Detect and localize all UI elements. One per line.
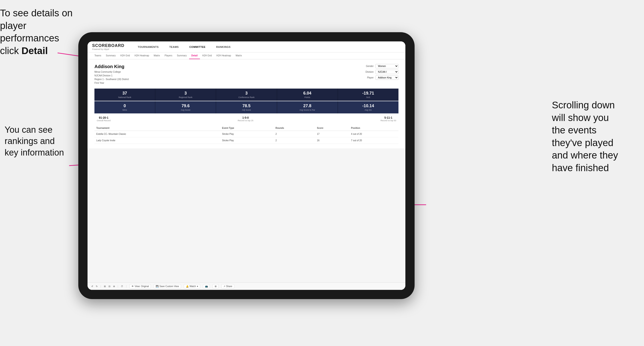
- record-item: 1-5-0Record vs top 25: [238, 116, 253, 122]
- event-type-2: Stroke Play: [220, 137, 274, 144]
- gender-selector-row: Gender Women Men: [366, 64, 398, 68]
- main-content: Addison King Mesa Community College NJCA…: [88, 59, 406, 283]
- tab-players[interactable]: Players: [162, 52, 174, 59]
- gender-label: Gender: [366, 65, 374, 67]
- tab-h2h-grid2[interactable]: H2H Grid: [200, 52, 214, 59]
- logo-area: SCOREBOARD Powered by clippd: [92, 43, 124, 50]
- save-custom-btn[interactable]: 💾 Save Custom View: [154, 284, 181, 289]
- table-row: Lady Coyote Invite Stroke Play 2 16 7 ou…: [94, 137, 398, 144]
- tab-teams[interactable]: Teams: [92, 52, 104, 59]
- stat-cell: 3Conference Rank: [216, 89, 277, 101]
- zoom-fit-icon[interactable]: ⊞: [104, 285, 106, 288]
- watch-icon: 🔔: [186, 285, 189, 288]
- watch-chevron: ▾: [197, 285, 198, 288]
- tab-matrix[interactable]: Matrix: [151, 52, 162, 59]
- undo-icon[interactable]: ↺: [91, 285, 93, 288]
- col-tournament: Tournament: [94, 125, 208, 131]
- tournament-table: Tournament Event Type Rounds Score Posit…: [94, 125, 398, 144]
- annotation-top-left: To see details on player performances cl…: [0, 7, 78, 57]
- position-1: 4 out of 20: [349, 131, 398, 137]
- player-info: Addison King Mesa Community College NJCA…: [94, 64, 129, 85]
- zoom-in-icon[interactable]: ⊕: [113, 285, 115, 288]
- tablet-screen: SCOREBOARD Powered by clippd TOURNAMENTS…: [88, 41, 406, 290]
- stat-cell: 27.8Avg Score to Par: [277, 101, 338, 113]
- watch-btn[interactable]: 🔔 Watch ▾: [184, 284, 200, 289]
- tab-matrix2[interactable]: Matrix: [233, 52, 244, 59]
- clock-icon: ⏱: [121, 285, 123, 288]
- event-type-1: Stroke Play: [220, 131, 274, 137]
- nav-rankings[interactable]: RANKINGS: [214, 45, 232, 49]
- col-blank: [208, 125, 220, 131]
- app-content: SCOREBOARD Powered by clippd TOURNAMENTS…: [88, 41, 406, 290]
- stats-grid-row2: 0Wins79.6Avg Score78.5Adj Score27.8Avg S…: [94, 101, 398, 113]
- player-school: Mesa Community College: [94, 70, 129, 74]
- rounds-1: 2: [274, 131, 315, 137]
- sub-nav: Teams Summary H2H Grid H2H Heatmap Matri…: [88, 52, 406, 59]
- table-row: Estella CC- Mountain Classic Stroke Play…: [94, 131, 398, 137]
- tab-detail[interactable]: Detail: [189, 52, 200, 59]
- stat-cell: 3Regional Rank: [155, 89, 216, 101]
- view-original-btn[interactable]: 👁 View: Original: [130, 284, 151, 289]
- stat-cell: -19.71SoS: [338, 89, 398, 101]
- tab-h2h-heatmap2[interactable]: H2H Heatmap: [214, 52, 233, 59]
- logo-sub: Powered by clippd: [92, 48, 124, 50]
- screen-icon-btn[interactable]: 📺: [203, 284, 210, 289]
- zoom-out-icon[interactable]: ⊟: [108, 285, 110, 288]
- tablet-device: SCOREBOARD Powered by clippd TOURNAMENTS…: [78, 32, 414, 299]
- player-year: First Year: [94, 81, 129, 85]
- tab-h2h-grid[interactable]: H2H Grid: [118, 52, 132, 59]
- tournament-name-2: Lady Coyote Invite: [94, 137, 208, 144]
- records-row: 91-20-1Overall Record1-5-0Record vs top …: [94, 116, 398, 122]
- annotation-right: Scrolling down will show you the events …: [552, 99, 640, 174]
- col-score: Score: [315, 125, 349, 131]
- col-position: Position: [349, 125, 398, 131]
- tab-h2h-heatmap[interactable]: H2H Heatmap: [132, 52, 151, 59]
- record-item: 91-20-1Overall Record: [97, 116, 110, 122]
- annotation-bottom-left: You can see rankings and key information: [4, 124, 74, 158]
- player-detail: Addison King Mesa Community College NJCA…: [88, 59, 406, 148]
- rounds-2: 2: [274, 137, 315, 144]
- logo-text: SCOREBOARD: [92, 43, 124, 48]
- tab-summary[interactable]: Summary: [104, 52, 118, 59]
- table-header: Tournament Event Type Rounds Score Posit…: [94, 125, 398, 131]
- player-division: NJCAA Division 1: [94, 74, 129, 78]
- stat-cell: 79.6Avg Score: [155, 101, 216, 113]
- stat-cell: 37National Rank: [94, 89, 155, 101]
- score-2: 16: [315, 137, 349, 144]
- gender-select[interactable]: Women Men: [376, 64, 398, 68]
- score-1: 17: [315, 131, 349, 137]
- view-icon: 👁: [132, 285, 134, 288]
- division-selector-row: Division NJCAA I NJCAA II: [366, 70, 398, 74]
- stat-cell: 6.04Points: [277, 89, 338, 101]
- stat-cell: -10.14Avg SG: [338, 101, 398, 113]
- grid-icon-btn[interactable]: ⊞: [212, 284, 218, 289]
- share-btn[interactable]: ↗ Share: [221, 284, 234, 289]
- bottom-toolbar: ↺ ↻ | ⊞ ⊟ ⊕ | ⏱ | 👁 View: Original 💾 Sav…: [88, 283, 406, 290]
- player-select[interactable]: Addison King: [376, 75, 398, 80]
- nav-tournaments[interactable]: TOURNAMENTS: [136, 45, 160, 49]
- position-2: 7 out of 20: [349, 137, 398, 144]
- table-body: Estella CC- Mountain Classic Stroke Play…: [94, 131, 398, 144]
- player-header: Addison King Mesa Community College NJCA…: [94, 64, 398, 85]
- nav-teams[interactable]: TEAMS: [168, 45, 180, 49]
- save-icon: 💾: [156, 285, 158, 288]
- player-region: Region 1 - Southwest (18) District: [94, 78, 129, 81]
- stats-grid-row1: 37National Rank3Regional Rank3Conference…: [94, 89, 398, 101]
- tab-summary2[interactable]: Summary: [174, 52, 189, 59]
- share-icon: ↗: [224, 285, 225, 288]
- top-nav: SCOREBOARD Powered by clippd TOURNAMENTS…: [88, 41, 406, 52]
- player-name: Addison King: [94, 64, 129, 69]
- record-item: 5-11-1Record vs top 50: [380, 116, 396, 122]
- nav-committee[interactable]: COMMITTEE: [188, 45, 208, 49]
- player-selector-row: Player Addison King: [367, 75, 398, 80]
- stat-cell: 78.5Adj Score: [216, 101, 277, 113]
- col-event-type: Event Type: [220, 125, 274, 131]
- division-select[interactable]: NJCAA I NJCAA II: [376, 70, 398, 74]
- division-label: Division: [366, 71, 374, 73]
- tournament-name-1: Estella CC- Mountain Classic: [94, 131, 208, 137]
- stat-cell: 0Wins: [94, 101, 155, 113]
- col-rounds: Rounds: [274, 125, 315, 131]
- redo-icon[interactable]: ↻: [96, 285, 98, 288]
- player-selectors: Gender Women Men Division NJCAA I: [366, 64, 398, 80]
- player-label: Player: [367, 76, 374, 79]
